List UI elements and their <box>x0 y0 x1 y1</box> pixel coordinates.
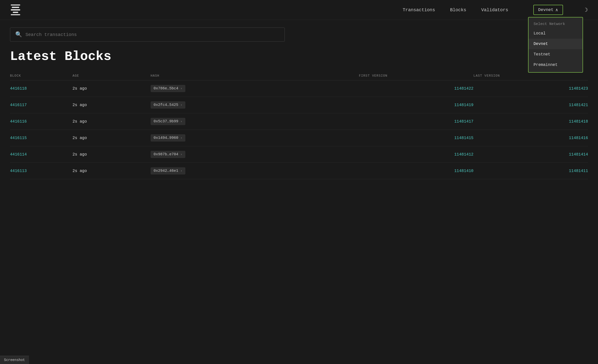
hash-chevron-icon-4: › <box>180 153 182 156</box>
col-header-block: BLOCK <box>10 71 72 80</box>
block-link-3[interactable]: 4416115 <box>10 136 27 140</box>
hash-chevron-icon-5: › <box>180 169 182 173</box>
first-version-link-1[interactable]: 11481419 <box>454 103 474 107</box>
cell-hash-2: 0x5c37…9b99 › <box>151 113 359 130</box>
col-header-age: AGE <box>72 71 151 80</box>
cell-age-1: 2s ago <box>72 97 151 113</box>
hash-chevron-icon-1: › <box>180 103 182 107</box>
dropdown-menu: Select Network Local Devnet Testnet Prem… <box>528 17 583 73</box>
hash-chevron-icon-0: › <box>180 87 182 90</box>
table-row: 4416118 2s ago 0x786e…5bc4 › 11481422 11… <box>10 80 588 97</box>
cell-age-4: 2s ago <box>72 146 151 163</box>
network-label: Devnet <box>538 7 554 12</box>
nav-links: Transactions Blocks Validators Devnet ∧ … <box>403 5 588 15</box>
cell-block-0: 4416118 <box>10 80 72 97</box>
cell-first-version-0: 11481422 <box>359 80 474 97</box>
theme-toggle-button[interactable]: ☽ <box>583 7 588 13</box>
moon-icon: ☽ <box>583 7 588 13</box>
cell-last-version-4: 11481414 <box>473 146 588 163</box>
cell-last-version-5: 11481411 <box>473 163 588 179</box>
block-link-2[interactable]: 4416116 <box>10 119 27 124</box>
cell-first-version-2: 11481417 <box>359 113 474 130</box>
network-selector-button[interactable]: Devnet ∧ <box>533 5 563 15</box>
col-header-last-version: LAST VERSION <box>473 71 588 80</box>
hash-badge-2[interactable]: 0x5c37…9b99 › <box>151 118 185 125</box>
cell-last-version-3: 11481416 <box>473 130 588 146</box>
cell-last-version-1: 11481421 <box>473 97 588 113</box>
hash-badge-1[interactable]: 0x2fc4…5425 › <box>151 101 185 109</box>
first-version-link-5[interactable]: 11481410 <box>454 169 474 173</box>
cell-first-version-1: 11481419 <box>359 97 474 113</box>
table-row: 4416117 2s ago 0x2fc4…5425 › 11481419 11… <box>10 97 588 113</box>
nav-link-blocks[interactable]: Blocks <box>450 7 466 12</box>
blocks-table-container: BLOCK AGE HASH FIRST VERSION LAST VERSIO… <box>0 71 598 179</box>
cell-block-2: 4416116 <box>10 113 72 130</box>
cell-age-0: 2s ago <box>72 80 151 97</box>
search-bar: 🔍 <box>10 27 285 42</box>
cell-last-version-0: 11481423 <box>473 80 588 97</box>
cell-block-5: 4416113 <box>10 163 72 179</box>
search-section: 🔍 <box>0 20 598 47</box>
hash-chevron-icon-3: › <box>180 136 182 140</box>
nav-link-transactions[interactable]: Transactions <box>403 7 435 12</box>
network-dropdown: Select Network Local Devnet Testnet Prem… <box>528 17 583 73</box>
hash-badge-0[interactable]: 0x786e…5bc4 › <box>151 85 185 92</box>
last-version-link-0[interactable]: 11481423 <box>569 86 588 91</box>
search-input[interactable] <box>25 32 280 37</box>
table-header: BLOCK AGE HASH FIRST VERSION LAST VERSIO… <box>10 71 588 80</box>
table-body: 4416118 2s ago 0x786e…5bc4 › 11481422 11… <box>10 80 588 179</box>
last-version-link-3[interactable]: 11481416 <box>569 136 588 140</box>
logo[interactable] <box>10 4 21 15</box>
last-version-link-2[interactable]: 11481418 <box>569 119 588 124</box>
search-icon: 🔍 <box>15 31 22 38</box>
cell-first-version-5: 11481410 <box>359 163 474 179</box>
cell-block-4: 4416114 <box>10 146 72 163</box>
bottom-bar: Screenshot <box>0 356 29 364</box>
first-version-link-2[interactable]: 11481417 <box>454 119 474 124</box>
dropdown-item-premainnet[interactable]: Premainnet <box>529 60 583 70</box>
block-link-5[interactable]: 4416113 <box>10 169 27 173</box>
hash-badge-5[interactable]: 0x2942…46e1 › <box>151 167 185 175</box>
cell-first-version-4: 11481412 <box>359 146 474 163</box>
dropdown-item-devnet[interactable]: Devnet <box>529 39 583 49</box>
dropdown-header: Select Network <box>529 19 583 28</box>
cell-age-3: 2s ago <box>72 130 151 146</box>
blocks-table: BLOCK AGE HASH FIRST VERSION LAST VERSIO… <box>10 71 588 179</box>
last-version-link-5[interactable]: 11481411 <box>569 169 588 173</box>
block-link-4[interactable]: 4416114 <box>10 152 27 157</box>
first-version-link-0[interactable]: 11481422 <box>454 86 474 91</box>
cell-age-2: 2s ago <box>72 113 151 130</box>
logo-stripe-5 <box>11 14 20 15</box>
hash-badge-4[interactable]: 0x987b…e704 › <box>151 151 185 158</box>
dropdown-item-local[interactable]: Local <box>529 28 583 39</box>
col-header-first-version: FIRST VERSION <box>359 71 474 80</box>
first-version-link-3[interactable]: 11481415 <box>454 136 474 140</box>
bottom-bar-label: Screenshot <box>4 358 25 362</box>
logo-stripe-1 <box>11 4 20 6</box>
block-link-1[interactable]: 4416117 <box>10 103 27 107</box>
block-link-0[interactable]: 4416118 <box>10 86 27 91</box>
cell-hash-0: 0x786e…5bc4 › <box>151 80 359 97</box>
cell-hash-1: 0x2fc4…5425 › <box>151 97 359 113</box>
last-version-link-1[interactable]: 11481421 <box>569 103 588 107</box>
hash-badge-3[interactable]: 0x1494…9960 › <box>151 134 185 142</box>
logo-stripe-2 <box>12 7 19 8</box>
last-version-link-4[interactable]: 11481414 <box>569 152 588 157</box>
cell-age-5: 2s ago <box>72 163 151 179</box>
logo-stripe-4 <box>13 12 18 13</box>
dropdown-item-testnet[interactable]: Testnet <box>529 49 583 60</box>
hash-chevron-icon-2: › <box>180 120 182 123</box>
cell-block-1: 4416117 <box>10 97 72 113</box>
logo-stripe-3 <box>11 9 20 10</box>
table-row: 4416116 2s ago 0x5c37…9b99 › 11481417 11… <box>10 113 588 130</box>
table-row: 4416114 2s ago 0x987b…e704 › 11481412 11… <box>10 146 588 163</box>
table-row: 4416113 2s ago 0x2942…46e1 › 11481410 11… <box>10 163 588 179</box>
chevron-icon: ∧ <box>556 7 558 12</box>
first-version-link-4[interactable]: 11481412 <box>454 152 474 157</box>
nav-link-validators[interactable]: Validators <box>481 7 508 12</box>
cell-block-3: 4416115 <box>10 130 72 146</box>
cell-last-version-2: 11481418 <box>473 113 588 130</box>
cell-hash-3: 0x1494…9960 › <box>151 130 359 146</box>
table-row: 4416115 2s ago 0x1494…9960 › 11481415 11… <box>10 130 588 146</box>
cell-hash-5: 0x2942…46e1 › <box>151 163 359 179</box>
